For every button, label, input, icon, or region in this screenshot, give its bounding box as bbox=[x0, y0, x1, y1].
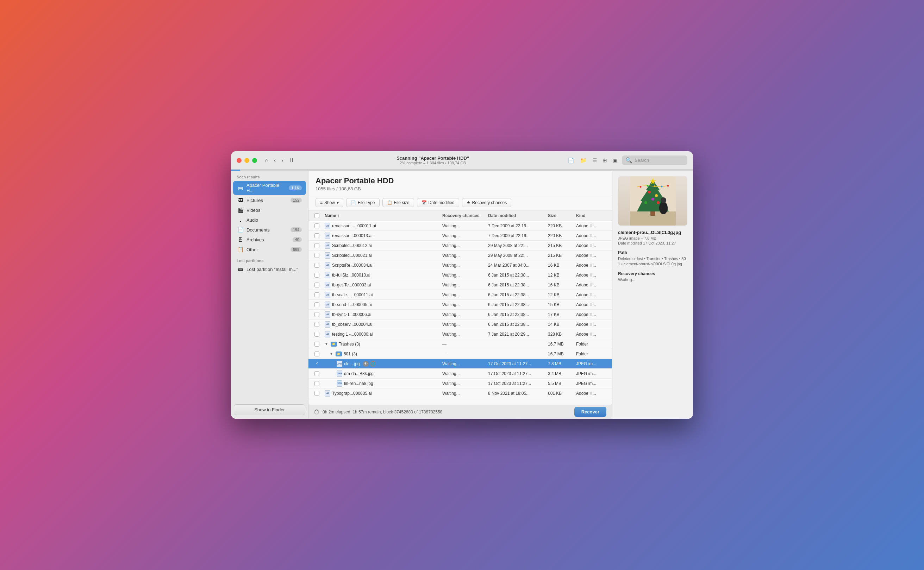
table-row[interactable]: AIrenaissан...000013.ai Waiting... 7 Dec… bbox=[309, 231, 612, 241]
table-row[interactable]: AItb-scale-..._000011.ai Waiting... 6 Ja… bbox=[309, 290, 612, 300]
search-bar[interactable]: 🔍 bbox=[622, 156, 687, 165]
row-checkbox-cell[interactable] bbox=[311, 312, 323, 317]
file-view-button[interactable]: 📄 bbox=[566, 156, 576, 165]
file-type-filter-button[interactable]: 📄 File Type bbox=[346, 198, 379, 207]
maximize-button[interactable] bbox=[252, 158, 257, 163]
row-checkbox[interactable] bbox=[314, 332, 320, 337]
back-button[interactable]: ‹ bbox=[272, 156, 278, 165]
table-row[interactable]: AIScribbled...000012.ai Waiting... 29 Ma… bbox=[309, 241, 612, 251]
table-row[interactable]: AITypograp...000035.ai Waiting... 8 Nov … bbox=[309, 388, 612, 398]
minimize-button[interactable] bbox=[244, 158, 249, 163]
filter-icon: ≡ bbox=[320, 200, 323, 205]
name-column-header[interactable]: Name ↑ bbox=[323, 213, 440, 218]
row-checkbox-cell[interactable] bbox=[311, 253, 323, 258]
row-checkbox[interactable] bbox=[314, 273, 320, 277]
table-row[interactable]: AItb_observ...000004.ai Waiting... 6 Jan… bbox=[309, 319, 612, 329]
pause-button[interactable]: ⏸ bbox=[287, 156, 297, 165]
row-checkbox[interactable] bbox=[314, 312, 320, 317]
sidebar-item-documents[interactable]: 📄 Documents 194 bbox=[233, 225, 306, 234]
sidebar-item-archives[interactable]: 🗄 Archives 40 bbox=[233, 235, 306, 244]
size-cell: 16,7 MB bbox=[546, 351, 574, 356]
folder-view-button[interactable]: 📁 bbox=[578, 156, 588, 165]
globe-action-icon[interactable]: 🌐 bbox=[370, 361, 376, 367]
forward-button[interactable]: › bbox=[279, 156, 285, 165]
select-all-checkbox[interactable] bbox=[314, 213, 320, 218]
table-row[interactable]: AIScriptsRe...000034.ai Waiting... 24 Ma… bbox=[309, 260, 612, 270]
row-checkbox[interactable] bbox=[314, 342, 320, 346]
row-checkbox[interactable] bbox=[314, 233, 320, 238]
table-row[interactable]: AItb-fullSiz...000010.ai Waiting... 6 Ja… bbox=[309, 270, 612, 280]
row-checkbox[interactable] bbox=[314, 381, 320, 386]
panel-view-button[interactable]: ▣ bbox=[611, 156, 619, 165]
folder-icon: 📁 bbox=[331, 342, 337, 346]
eye-action-icon[interactable]: 👁 bbox=[363, 361, 369, 367]
expand-icon[interactable]: ▼ bbox=[325, 342, 328, 346]
row-checkbox-cell[interactable] bbox=[311, 381, 323, 386]
row-checkbox-cell[interactable] bbox=[311, 362, 323, 366]
table-row[interactable]: JPGdm-da...B8k.jpg Waiting... 17 Oct 202… bbox=[309, 369, 612, 378]
row-checkbox-cell[interactable] bbox=[311, 391, 323, 396]
row-checkbox-cell[interactable] bbox=[311, 302, 323, 307]
table-row[interactable]: AItb-get-Te...000003.ai Waiting... 6 Jan… bbox=[309, 280, 612, 290]
list-view-button[interactable]: ☰ bbox=[591, 156, 598, 165]
close-button[interactable] bbox=[237, 158, 241, 163]
sidebar-item-audio[interactable]: ♩ Audio bbox=[233, 215, 306, 224]
kind-column-header[interactable]: Kind bbox=[574, 213, 609, 218]
table-row-501[interactable]: ▼ 📁 501 (3) — 16,7 MB Folder bbox=[309, 349, 612, 359]
row-checkbox-cell[interactable] bbox=[311, 322, 323, 327]
row-checkbox-cell[interactable] bbox=[311, 243, 323, 248]
calendar-icon: 📅 bbox=[421, 200, 427, 205]
row-checkbox-cell[interactable] bbox=[311, 342, 323, 346]
row-checkbox[interactable] bbox=[314, 293, 320, 297]
table-row[interactable]: AItb-sync-T...000006.ai Waiting... 6 Jan… bbox=[309, 310, 612, 319]
recovery-chances-filter-button[interactable]: ★ Recovery chances bbox=[462, 198, 512, 207]
row-checkbox-cell[interactable] bbox=[311, 224, 323, 228]
date-modified-filter-button[interactable]: 📅 Date modified bbox=[417, 198, 459, 207]
search-input[interactable] bbox=[635, 158, 684, 163]
table-row[interactable]: JPGlin-ren...na8.jpg Waiting... 17 Oct 2… bbox=[309, 378, 612, 388]
row-checkbox[interactable] bbox=[314, 322, 320, 327]
table-row[interactable]: AIrenaissан...._000011.ai Waiting... 7 D… bbox=[309, 221, 612, 231]
row-checkbox[interactable] bbox=[314, 351, 320, 356]
recover-button[interactable]: Recover bbox=[574, 407, 606, 417]
row-checkbox[interactable] bbox=[314, 302, 320, 307]
row-checkbox[interactable] bbox=[314, 371, 320, 376]
sidebar-item-other[interactable]: 📋 Other 669 bbox=[233, 245, 306, 254]
row-checkbox[interactable] bbox=[314, 253, 320, 258]
row-checkbox-cell[interactable] bbox=[311, 282, 323, 288]
row-checkbox[interactable] bbox=[314, 263, 320, 268]
sidebar-item-apacer[interactable]: 🖴 Apacer Portable H... 1,1K bbox=[233, 181, 306, 195]
show-filter-button[interactable]: ≡ Show ▾ bbox=[315, 198, 343, 207]
select-all-header[interactable] bbox=[311, 213, 323, 218]
date-column-header[interactable]: Date modified bbox=[486, 213, 546, 218]
row-checkbox[interactable] bbox=[314, 391, 320, 396]
row-checkbox-cell[interactable] bbox=[311, 273, 323, 277]
table-row-trashes[interactable]: ▼ 📁 Trashes (3) — 16,7 MB Folder bbox=[309, 339, 612, 349]
grid-view-button[interactable]: ⊞ bbox=[601, 156, 609, 165]
sidebar-item-lost-partition[interactable]: 🖴 Lost partition "Install m..." bbox=[233, 265, 306, 274]
table-row[interactable]: AItesting 1 -...000000.ai Waiting... 7 J… bbox=[309, 329, 612, 339]
row-checkbox[interactable] bbox=[314, 282, 320, 288]
home-button[interactable]: ⌂ bbox=[263, 156, 271, 165]
size-column-header[interactable]: Size bbox=[546, 213, 574, 218]
file-name-cell: AIScribbled...000021.ai bbox=[323, 252, 440, 259]
row-checkbox-cell[interactable] bbox=[311, 371, 323, 376]
show-in-finder-button[interactable]: Show in Finder bbox=[234, 404, 305, 415]
expand-icon[interactable]: ▼ bbox=[330, 352, 333, 356]
row-checkbox-cell[interactable] bbox=[311, 293, 323, 297]
row-checkbox[interactable] bbox=[314, 362, 320, 366]
file-size-filter-button[interactable]: 📋 File size bbox=[383, 198, 414, 207]
search-icon: 🔍 bbox=[626, 157, 632, 164]
row-checkbox[interactable] bbox=[314, 224, 320, 228]
row-checkbox-cell[interactable] bbox=[311, 263, 323, 268]
table-row-selected-jpg[interactable]: JPG cle....jpg 👁 🌐 Waiting... 17 Oct 202… bbox=[309, 359, 612, 369]
row-checkbox-cell[interactable] bbox=[311, 332, 323, 337]
sidebar-item-pictures[interactable]: 🖼 Pictures 152 bbox=[233, 196, 306, 205]
sidebar-item-videos[interactable]: 🎬 Videos bbox=[233, 205, 306, 215]
recovery-column-header[interactable]: Recovery chances bbox=[440, 213, 486, 218]
row-checkbox-cell[interactable] bbox=[311, 233, 323, 238]
row-checkbox[interactable] bbox=[314, 243, 320, 248]
row-checkbox-cell[interactable] bbox=[311, 351, 323, 356]
table-row[interactable]: AItb-send-T...000005.ai Waiting... 6 Jan… bbox=[309, 300, 612, 310]
table-row[interactable]: AIScribbled...000021.ai Waiting... 29 Ma… bbox=[309, 251, 612, 260]
